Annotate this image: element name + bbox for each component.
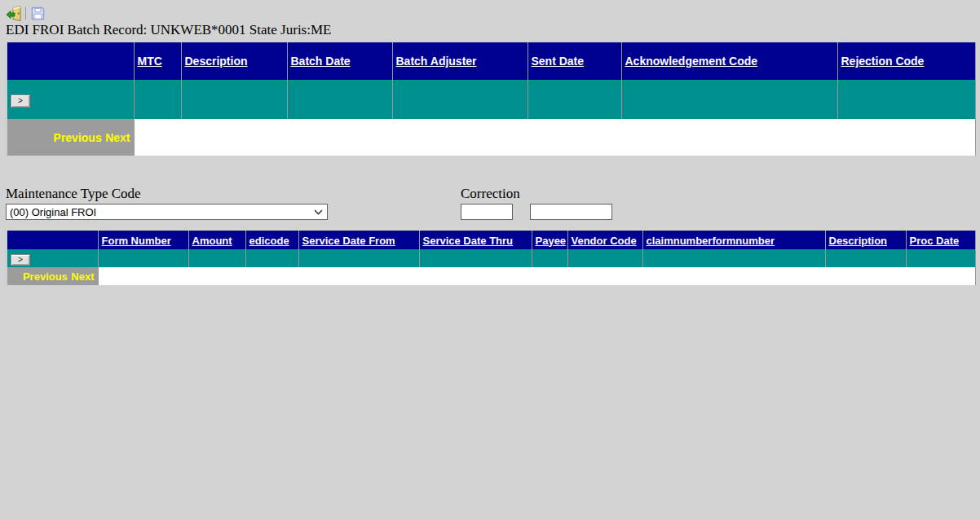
batch-table: MTC Description Batch Date Batch Adjuste…: [6, 42, 976, 156]
maintenance-type-select-wrap: (00) Original FROI: [6, 204, 328, 220]
table-cell: [392, 80, 528, 119]
exit-icon[interactable]: [6, 6, 22, 21]
sort-link-description[interactable]: Description: [185, 55, 248, 68]
batch-col-acknowledgement-code: Acknowledgement Code: [621, 42, 837, 80]
sort-link-batch-date[interactable]: Batch Date: [291, 55, 351, 68]
batch-table-pager-row: Previous Next: [7, 119, 975, 156]
batch-col-description: Description: [181, 42, 287, 80]
controls-section: Maintenance Type Code (00) Original FROI…: [6, 186, 980, 220]
maintenance-type-block: Maintenance Type Code (00) Original FROI: [6, 186, 328, 220]
batch-pager-spacer: [134, 119, 975, 156]
sort-link-rejection-code[interactable]: Rejection Code: [841, 55, 925, 68]
toolbar: [6, 5, 980, 21]
batch-col-empty: [7, 42, 134, 80]
batch-col-batch-date: Batch Date: [287, 42, 392, 80]
table-cell: [825, 249, 906, 267]
batch-col-batch-adjuster: Batch Adjuster: [392, 42, 528, 80]
sort-link-detail-description[interactable]: Description: [829, 235, 888, 247]
detail-table: Form Number Amount edicode Service Date …: [6, 231, 976, 285]
batch-col-rejection-code: Rejection Code: [837, 42, 975, 80]
detail-table-pager-row: Previous Next: [7, 267, 975, 285]
table-cell: [532, 249, 567, 267]
batch-row-select-button[interactable]: >: [11, 95, 30, 108]
toolbar-separator: [25, 7, 26, 20]
sort-link-mtc[interactable]: MTC: [138, 55, 162, 68]
table-cell: [419, 249, 532, 267]
table-cell: [621, 80, 837, 119]
detail-row-select-button[interactable]: >: [11, 254, 30, 266]
detail-col-empty: [7, 231, 98, 249]
batch-col-mtc: MTC: [134, 42, 181, 80]
detail-col-amount: Amount: [188, 231, 245, 249]
sort-link-service-date-thru[interactable]: Service Date Thru: [423, 235, 514, 247]
batch-row-select-cell: >: [7, 80, 134, 119]
save-icon[interactable]: [29, 6, 46, 21]
detail-col-claimnumberformnumber: claimnumberformnumber: [642, 231, 825, 249]
detail-table-row: >: [7, 249, 975, 267]
table-cell: [528, 80, 621, 119]
table-cell: [837, 80, 975, 119]
correction-value-input[interactable]: [530, 204, 612, 220]
detail-pager-previous[interactable]: Previous: [23, 270, 68, 283]
sort-link-form-number[interactable]: Form Number: [102, 235, 171, 247]
detail-col-vendor-code: Vendor Code: [567, 231, 642, 249]
maintenance-type-select[interactable]: (00) Original FROI: [6, 204, 328, 220]
detail-col-form-number: Form Number: [98, 231, 188, 249]
sort-link-amount[interactable]: Amount: [192, 235, 232, 247]
detail-pager-spacer: [98, 267, 975, 285]
table-cell: [298, 249, 419, 267]
sort-link-edicode[interactable]: edicode: [249, 235, 289, 247]
detail-col-payee: Payee: [532, 231, 567, 249]
correction-code-input[interactable]: [461, 204, 513, 220]
sort-link-vendor-code[interactable]: Vendor Code: [572, 235, 637, 247]
detail-pager-cell: Previous Next: [7, 267, 98, 285]
sort-link-payee[interactable]: Payee: [536, 235, 567, 247]
batch-pager-previous[interactable]: Previous: [54, 131, 102, 144]
sort-link-sent-date[interactable]: Sent Date: [532, 55, 585, 68]
detail-col-proc-date: Proc Date: [906, 231, 975, 249]
detail-col-description: Description: [825, 231, 906, 249]
table-cell: [287, 80, 392, 119]
sort-link-service-date-from[interactable]: Service Date From: [302, 235, 395, 247]
sort-link-claimnumberformnumber[interactable]: claimnumberformnumber: [647, 235, 775, 247]
table-cell: [181, 80, 287, 119]
page: EDI FROI Batch Record: UNKWEB*0001 State…: [0, 0, 980, 285]
sort-link-acknowledgement-code[interactable]: Acknowledgement Code: [625, 55, 758, 68]
sort-link-proc-date[interactable]: Proc Date: [910, 235, 960, 247]
detail-row-select-cell: >: [7, 249, 98, 267]
table-cell: [245, 249, 298, 267]
batch-table-header-row: MTC Description Batch Date Batch Adjuste…: [7, 42, 975, 80]
page-title: EDI FROI Batch Record: UNKWEB*0001 State…: [6, 22, 980, 38]
batch-table-row: >: [7, 80, 975, 119]
sort-link-batch-adjuster[interactable]: Batch Adjuster: [396, 55, 477, 68]
maintenance-type-label: Maintenance Type Code: [6, 186, 328, 201]
table-cell: [98, 249, 188, 267]
correction-block: Correction: [461, 186, 612, 220]
table-cell: [642, 249, 825, 267]
correction-label: Correction: [461, 186, 612, 201]
detail-col-service-date-from: Service Date From: [298, 231, 419, 249]
table-cell: [134, 80, 181, 119]
correction-inputs: [461, 204, 612, 220]
batch-pager-cell: Previous Next: [7, 119, 134, 156]
detail-pager-next[interactable]: Next: [71, 270, 94, 283]
detail-table-header-row: Form Number Amount edicode Service Date …: [7, 231, 975, 249]
table-cell: [906, 249, 975, 267]
detail-col-service-date-thru: Service Date Thru: [419, 231, 532, 249]
table-cell: [188, 249, 245, 267]
table-cell: [567, 249, 642, 267]
detail-col-edicode: edicode: [245, 231, 298, 249]
batch-pager-next[interactable]: Next: [105, 131, 130, 144]
batch-col-sent-date: Sent Date: [528, 42, 621, 80]
